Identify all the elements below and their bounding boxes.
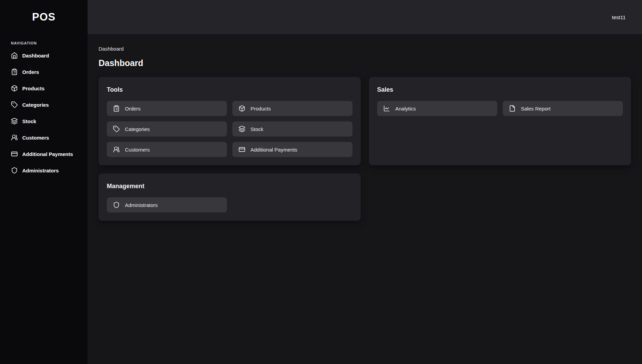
sidebar-item-dashboard[interactable]: Dashboard xyxy=(0,47,88,64)
clipboard-list-icon xyxy=(11,68,18,75)
shield-icon xyxy=(113,202,120,208)
administrators-button[interactable]: Administrators xyxy=(107,197,227,212)
clipboard-list-icon xyxy=(113,105,120,112)
tools-card-title: Tools xyxy=(107,85,352,94)
sidebar-item-label: Products xyxy=(22,86,44,91)
sidebar-item-label: Additional Payments xyxy=(22,151,73,157)
sidebar-item-label: Orders xyxy=(22,69,39,75)
sidebar-item-products[interactable]: Products xyxy=(0,80,88,96)
user-menu[interactable]: test11 xyxy=(612,14,626,20)
cards-grid: Tools OrdersProductsCategoriesStockCusto… xyxy=(99,77,631,221)
chart-line-icon xyxy=(383,105,390,112)
nav-section-label: NAVIGATION xyxy=(11,41,77,45)
breadcrumb[interactable]: Dashboard xyxy=(99,46,124,52)
products-button[interactable]: Products xyxy=(232,101,352,116)
button-label: Sales Report xyxy=(521,106,551,112)
users-icon xyxy=(11,134,18,141)
page-title: Dashboard xyxy=(99,58,631,68)
app-logo: POS xyxy=(0,0,88,35)
shield-icon xyxy=(11,167,18,174)
sidebar: POS NAVIGATION DashboardOrdersProductsCa… xyxy=(0,0,88,364)
tag-icon xyxy=(11,101,18,108)
button-label: Customers xyxy=(125,147,150,153)
sidebar-item-label: Administrators xyxy=(22,168,59,173)
topbar: test11 xyxy=(88,0,642,34)
sidebar-item-orders[interactable]: Orders xyxy=(0,64,88,80)
sidebar-item-stock[interactable]: Stock xyxy=(0,113,88,129)
box-icon xyxy=(11,85,18,92)
button-label: Administrators xyxy=(125,202,158,208)
analytics-button[interactable]: Analytics xyxy=(377,101,497,116)
stock-button[interactable]: Stock xyxy=(232,121,352,136)
categories-button[interactable]: Categories xyxy=(107,121,227,136)
button-label: Categories xyxy=(125,126,150,132)
main-content: Dashboard Dashboard Tools OrdersProducts… xyxy=(88,34,642,364)
layers-icon xyxy=(239,126,245,132)
button-label: Products xyxy=(251,106,271,112)
tools-button-grid: OrdersProductsCategoriesStockCustomersAd… xyxy=(107,101,352,157)
tools-card: Tools OrdersProductsCategoriesStockCusto… xyxy=(99,77,361,165)
layers-icon xyxy=(11,118,18,125)
users-icon xyxy=(113,146,120,153)
button-label: Additional Payments xyxy=(251,147,297,153)
management-button-grid: Administrators xyxy=(107,197,352,212)
sidebar-item-label: Customers xyxy=(22,135,49,141)
management-card: Management Administrators xyxy=(99,173,361,221)
file-icon xyxy=(509,105,516,112)
box-icon xyxy=(239,105,245,112)
sidebar-nav: DashboardOrdersProductsCategoriesStockCu… xyxy=(0,47,88,179)
orders-button[interactable]: Orders xyxy=(107,101,227,116)
sidebar-item-administrators[interactable]: Administrators xyxy=(0,162,88,179)
management-card-title: Management xyxy=(107,182,352,191)
sidebar-item-additional-payments[interactable]: Additional Payments xyxy=(0,146,88,162)
button-label: Analytics xyxy=(395,106,416,112)
credit-card-icon xyxy=(239,146,245,153)
customers-button[interactable]: Customers xyxy=(107,142,227,157)
sales-button-grid: AnalyticsSales Report xyxy=(377,101,623,116)
button-label: Orders xyxy=(125,106,141,112)
credit-card-icon xyxy=(11,151,18,157)
tag-icon xyxy=(113,126,120,132)
sidebar-item-label: Dashboard xyxy=(22,53,49,58)
button-label: Stock xyxy=(251,126,264,132)
sidebar-item-label: Stock xyxy=(22,118,36,124)
sidebar-item-categories[interactable]: Categories xyxy=(0,96,88,113)
sidebar-item-customers[interactable]: Customers xyxy=(0,129,88,146)
sidebar-item-label: Categories xyxy=(22,102,49,108)
sales-card: Sales AnalyticsSales Report xyxy=(369,77,631,165)
sales-card-title: Sales xyxy=(377,85,623,94)
sales-report-button[interactable]: Sales Report xyxy=(503,101,623,116)
additional-payments-button[interactable]: Additional Payments xyxy=(232,142,352,157)
home-icon xyxy=(11,52,18,59)
